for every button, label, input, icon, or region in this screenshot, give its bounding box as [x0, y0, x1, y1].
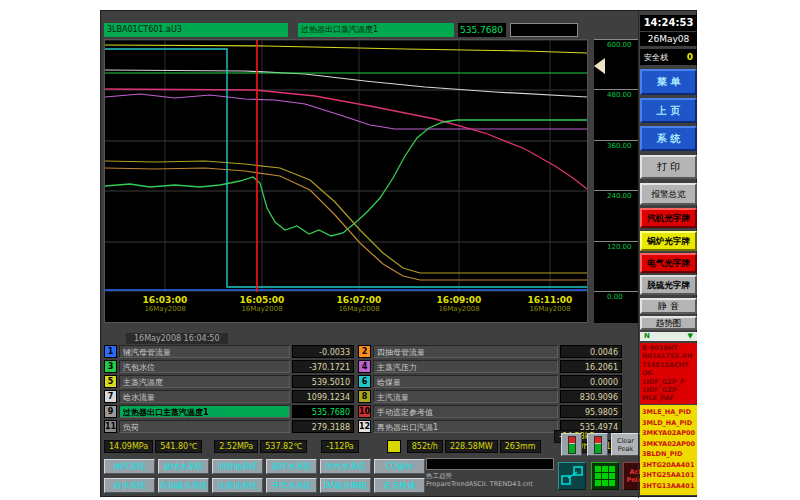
page-indicator-left: N: [644, 332, 650, 341]
acknowledged-alarm-panel: 3MLE_HA_PID3MLD_HA_PID3MKYA02AP003MKYA02…: [640, 405, 697, 495]
pen-color-badge: 7: [104, 390, 117, 403]
previous-page-button[interactable]: 上 页: [640, 98, 697, 123]
gauge-icon: [594, 436, 602, 454]
grid-icon: [592, 463, 618, 489]
y-scale-label: 240.00: [607, 192, 632, 200]
pen-table-left-column: 1辅汽母管流量-0.00333汽包水位-370.17215主蒸汽温度539.50…: [104, 345, 354, 435]
alarm-tag[interactable]: B-9018HT: [642, 344, 695, 352]
selected-pen-title-bar[interactable]: 过热器出口蒸汽温度1: [298, 23, 454, 37]
y-scale-strip: 600.00480.00360.00240.00120.000.00: [594, 39, 638, 323]
toolbar-button[interactable]: 润滑油系统: [212, 459, 263, 474]
alarm-tag[interactable]: 3BLDN_PID: [642, 449, 695, 460]
trend-line-green-wavy-pen: [105, 120, 587, 236]
alarm-tag[interactable]: OG: [642, 369, 695, 377]
cursor-timestamp: 16May2008 16:04:50: [126, 333, 228, 344]
toolbar-button[interactable]: 开式水系统: [266, 478, 317, 493]
alarm-tag[interactable]: 3MKYA02AP00: [642, 439, 695, 450]
pen-color-badge: 4: [358, 360, 371, 373]
clock-time: 14:24:53: [640, 15, 697, 31]
limit-indicator-button-2[interactable]: [587, 433, 608, 456]
safety-stack-indicator[interactable]: 安全栈 0: [640, 49, 697, 65]
alarm-tag[interactable]: 3HTG20AA401: [642, 460, 695, 471]
point-tag-bar[interactable]: 3LBA01CT601.aU3: [104, 23, 288, 37]
page-indicator-strip[interactable]: N ▼: [640, 332, 697, 341]
status-value-box: 541.80℃: [155, 440, 202, 453]
y-scale-label: 120.00: [607, 243, 632, 251]
x-axis-tick: 16:03:0016May2008: [143, 295, 188, 313]
pen-label: 主汽流量: [373, 390, 558, 403]
header-entry-box[interactable]: [510, 23, 578, 37]
trend-graph-button[interactable]: 趋势图: [640, 316, 697, 330]
alarm-overview-button[interactable]: 报警总览: [640, 183, 697, 205]
toolbar-button[interactable]: DA疏水阀组: [320, 478, 371, 493]
electrical-annunciator-button[interactable]: 电气光字牌: [640, 253, 697, 273]
turbine-annunciator-button[interactable]: 汽机光字牌: [640, 208, 697, 228]
mute-button[interactable]: 静 音: [640, 298, 697, 314]
pen-color-badge: 9: [104, 405, 117, 418]
command-input[interactable]: [426, 458, 554, 470]
toolbar-button[interactable]: 给水系统: [104, 478, 155, 493]
clear-peak-button[interactable]: Clear Peak: [611, 433, 640, 456]
pen-row-2[interactable]: 2四抽母管流量0.0046: [358, 345, 622, 358]
trend-window: 3LBA01CT601.aU3 过热器出口蒸汽温度1 535.7680 16:0…: [100, 10, 697, 497]
pen-color-badge: 5: [104, 375, 117, 388]
status-value-box: 2.52MPa: [214, 440, 258, 453]
pen-row-9[interactable]: 9过热器出口主蒸汽温度1535.7680: [104, 405, 354, 418]
grid-tool-button[interactable]: [591, 462, 619, 490]
pen-row-6[interactable]: 6给煤量0.0000: [358, 375, 622, 388]
toolbar-button[interactable]: 循环水系统: [266, 459, 317, 474]
pen-row-10[interactable]: 10手动选定参考值95.9805: [358, 405, 622, 418]
pen-row-5[interactable]: 5主蒸汽温度539.5010: [104, 375, 354, 388]
menu-button[interactable]: 菜 单: [640, 69, 697, 95]
alarm-tag[interactable]: T18E12ACHT: [642, 361, 695, 369]
status-value-box: -112Pa: [321, 440, 359, 453]
y-scale-tick: [594, 140, 638, 141]
system-button[interactable]: 系 统: [640, 126, 697, 151]
boiler-annunciator-button[interactable]: 锅炉光字牌: [640, 231, 697, 251]
toolbar-button[interactable]: CO操作: [374, 459, 425, 474]
status-indicator-box: [387, 440, 401, 453]
pen-label: 再热器出口汽温1: [373, 420, 558, 433]
link-tool-button[interactable]: [558, 462, 586, 490]
y-scale-tick: [594, 89, 638, 90]
pen-row-4[interactable]: 4主蒸汽压力16.2061: [358, 360, 622, 373]
toolbar-button[interactable]: 定点检修: [374, 478, 425, 493]
alarm-tag[interactable]: N01617SS.#H: [642, 352, 695, 360]
pen-row-7[interactable]: 7给水流量1099.1234: [104, 390, 354, 403]
y-scale-label: 480.00: [607, 91, 632, 99]
alarm-tag[interactable]: 1IDF_GZP: [642, 386, 695, 394]
alarm-tag[interactable]: MLE_PAF: [642, 394, 695, 402]
pen-value: 16.2061: [560, 360, 622, 373]
y-scale-tick: [594, 241, 638, 242]
y-scale-tick: [594, 190, 638, 191]
toolbar-button[interactable]: 凝结水系统: [158, 459, 209, 474]
pen-label: 四抽母管流量: [373, 345, 558, 358]
pen-row-11[interactable]: 11负荷279.3188: [104, 420, 354, 433]
trend-line-white-pen: [105, 70, 587, 97]
status-value-box: 852t/h: [407, 440, 443, 453]
pen-value: 95.9805: [560, 405, 622, 418]
alarm-tag[interactable]: 3HTG13AA401: [642, 481, 695, 492]
alarm-tag[interactable]: 3HTG25AA101: [642, 470, 695, 481]
y-scale-tick: [594, 291, 638, 292]
fgd-annunciator-button[interactable]: 脱硫光字牌: [640, 275, 697, 295]
alarm-tag[interactable]: 3MLD_HA_PID: [642, 418, 695, 429]
pen-label: 主蒸汽压力: [373, 360, 558, 373]
pen-row-1[interactable]: 1辅汽母管流量-0.0033: [104, 345, 354, 358]
trend-plot-area[interactable]: [105, 40, 587, 292]
value-marker-triangle[interactable]: [594, 58, 605, 74]
pen-row-8[interactable]: 8主汽流量830.9096: [358, 390, 622, 403]
toolbar-button[interactable]: 抗燃油系统: [212, 478, 263, 493]
toolbar-button[interactable]: 抽汽系统: [104, 459, 155, 474]
alarm-tag[interactable]: 3MLE_HA_PID: [642, 407, 695, 418]
pen-row-3[interactable]: 3汽包水位-370.1721: [104, 360, 354, 373]
toolbar-button[interactable]: 闭式水系统: [320, 459, 371, 474]
toolbar-button[interactable]: 高加疏水系统: [158, 478, 209, 493]
limit-indicator-button-1[interactable]: [561, 433, 582, 456]
alarm-tag[interactable]: 3MKYA02AP00: [642, 428, 695, 439]
link-icon: [559, 463, 585, 489]
alarm-tag[interactable]: 1IDF_GZP_F: [642, 378, 695, 386]
trend-chart[interactable]: 16:03:0016May200816:05:0016May200816:07:…: [104, 39, 588, 323]
print-button[interactable]: 打 印: [640, 155, 697, 179]
pen-label: 给水流量: [119, 390, 290, 403]
